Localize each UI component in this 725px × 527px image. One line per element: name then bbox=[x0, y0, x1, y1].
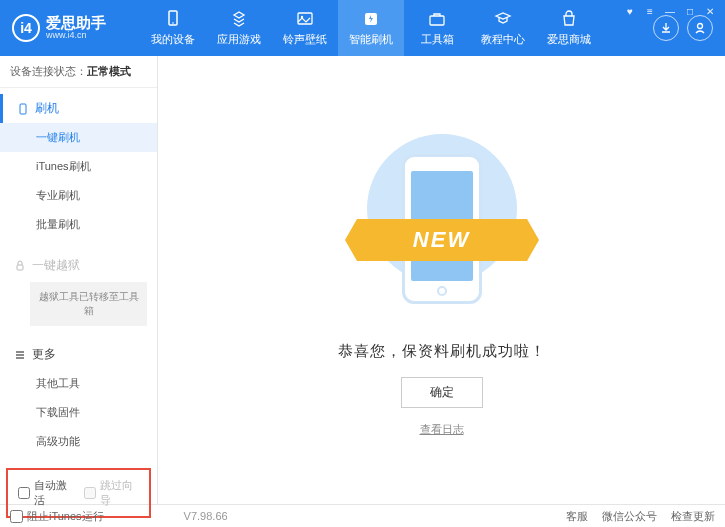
new-badge: NEW bbox=[357, 219, 527, 261]
user-button[interactable] bbox=[687, 15, 713, 41]
sidebar-more-header[interactable]: 更多 bbox=[0, 340, 157, 369]
sidebar-item-pro[interactable]: 专业刷机 bbox=[0, 181, 157, 210]
connection-status: 设备连接状态：正常模式 bbox=[0, 56, 157, 88]
menu-icon[interactable]: ≡ bbox=[643, 4, 657, 18]
sidebar-item-itunes[interactable]: iTunes刷机 bbox=[0, 152, 157, 181]
svg-point-6 bbox=[698, 24, 703, 29]
header: i4 爱思助手 www.i4.cn 我的设备 应用游戏 铃声壁纸 智能刷机 工具… bbox=[0, 0, 725, 56]
toolbox-icon bbox=[427, 9, 447, 29]
svg-rect-8 bbox=[17, 265, 23, 270]
nav-my-device[interactable]: 我的设备 bbox=[140, 0, 206, 56]
sidebar-item-oneclick[interactable]: 一键刷机 bbox=[0, 123, 157, 152]
footer-support[interactable]: 客服 bbox=[566, 509, 588, 524]
sidebar: 设备连接状态：正常模式 刷机 一键刷机 iTunes刷机 专业刷机 批量刷机 一… bbox=[0, 56, 158, 504]
list-icon bbox=[14, 349, 26, 361]
success-illustration: NEW bbox=[352, 124, 532, 324]
nav-mall[interactable]: 爱思商城 bbox=[536, 0, 602, 56]
nav-toolbox[interactable]: 工具箱 bbox=[404, 0, 470, 56]
nav-ringtone[interactable]: 铃声壁纸 bbox=[272, 0, 338, 56]
svg-rect-7 bbox=[20, 104, 26, 114]
minimize-icon[interactable]: — bbox=[663, 4, 677, 18]
skip-guide-checkbox[interactable]: 跳过向导 bbox=[84, 478, 140, 508]
sidebar-item-advanced[interactable]: 高级功能 bbox=[0, 427, 157, 456]
logo-title: 爱思助手 bbox=[46, 15, 106, 32]
flash-icon bbox=[361, 9, 381, 29]
logo[interactable]: i4 爱思助手 www.i4.cn bbox=[12, 14, 140, 42]
auto-activate-checkbox[interactable]: 自动激活 bbox=[18, 478, 74, 508]
lock-icon bbox=[14, 260, 26, 272]
footer-wechat[interactable]: 微信公众号 bbox=[602, 509, 657, 524]
svg-rect-5 bbox=[430, 16, 444, 25]
nav-flash[interactable]: 智能刷机 bbox=[338, 0, 404, 56]
sidebar-item-download[interactable]: 下载固件 bbox=[0, 398, 157, 427]
app-icon bbox=[229, 9, 249, 29]
nav-apps[interactable]: 应用游戏 bbox=[206, 0, 272, 56]
logo-url: www.i4.cn bbox=[46, 31, 106, 41]
footer-update[interactable]: 检查更新 bbox=[671, 509, 715, 524]
sidebar-item-batch[interactable]: 批量刷机 bbox=[0, 210, 157, 239]
sidebar-jailbreak-header: 一键越狱 bbox=[0, 251, 157, 280]
maximize-icon[interactable]: □ bbox=[683, 4, 697, 18]
mall-icon bbox=[559, 9, 579, 29]
device-icon bbox=[163, 9, 183, 29]
close-icon[interactable]: ✕ bbox=[703, 4, 717, 18]
block-itunes-checkbox[interactable]: 阻止iTunes运行 bbox=[10, 509, 104, 524]
success-message: 恭喜您，保资料刷机成功啦！ bbox=[338, 342, 546, 361]
sidebar-flash-header[interactable]: 刷机 bbox=[0, 94, 157, 123]
view-log-link[interactable]: 查看日志 bbox=[420, 422, 464, 437]
main-content: NEW 恭喜您，保资料刷机成功啦！ 确定 查看日志 bbox=[158, 56, 725, 504]
phone-icon bbox=[17, 103, 29, 115]
gift-icon[interactable]: ♥ bbox=[623, 4, 637, 18]
image-icon bbox=[295, 9, 315, 29]
nav: 我的设备 应用游戏 铃声壁纸 智能刷机 工具箱 教程中心 爱思商城 bbox=[140, 0, 602, 56]
nav-tutorial[interactable]: 教程中心 bbox=[470, 0, 536, 56]
download-button[interactable] bbox=[653, 15, 679, 41]
logo-icon: i4 bbox=[12, 14, 40, 42]
tutorial-icon bbox=[493, 9, 513, 29]
jailbreak-note: 越狱工具已转移至工具箱 bbox=[30, 282, 147, 326]
svg-point-1 bbox=[172, 22, 174, 24]
version-label: V7.98.66 bbox=[184, 510, 228, 522]
sidebar-item-othertools[interactable]: 其他工具 bbox=[0, 369, 157, 398]
ok-button[interactable]: 确定 bbox=[401, 377, 483, 408]
